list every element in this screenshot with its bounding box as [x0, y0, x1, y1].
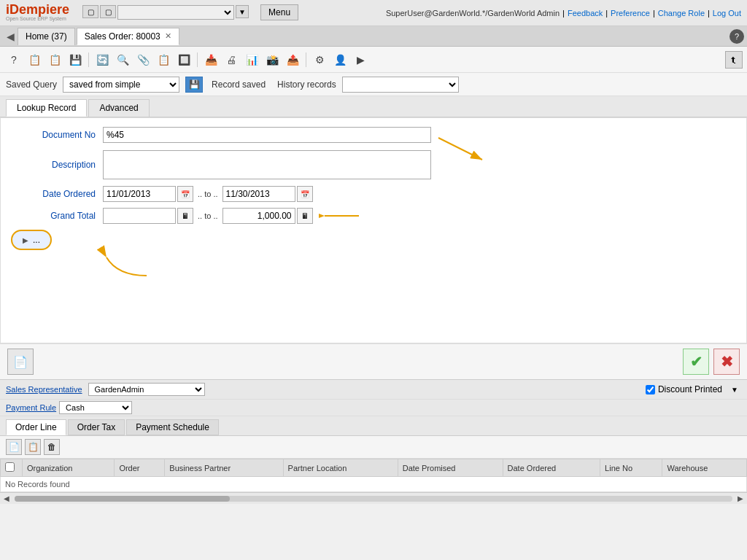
tb-sep-1 [88, 52, 89, 67]
new-record-icon: 📄 [13, 355, 28, 369]
window-select[interactable] [117, 5, 234, 20]
order-delete-btn[interactable]: 🗑 [44, 439, 60, 455]
tb-btn-9[interactable]: 🔲 [174, 50, 193, 69]
form-area: Document No Description Date [0, 117, 747, 343]
order-new-btn[interactable]: 📄 [6, 439, 22, 455]
ok-button[interactable]: ✔ [683, 349, 709, 375]
tab-advanced[interactable]: Advanced [88, 99, 149, 117]
tb-btn-2[interactable]: 📋 [25, 50, 44, 69]
win-dropdown-btn[interactable]: ▼ [236, 5, 249, 18]
date-from-input[interactable] [103, 186, 176, 202]
tb-export-btn[interactable]: 📤 [283, 50, 302, 69]
saved-query-select[interactable]: saved from simple [63, 77, 179, 93]
col-organization: Organization [23, 459, 115, 477]
preference-link[interactable]: Preference [611, 9, 650, 18]
tb-help-btn[interactable]: ? [4, 50, 23, 69]
payment-rule-select[interactable]: Cash [59, 401, 132, 414]
tab-sales-order-label: Sales Order: 80003 [85, 31, 160, 42]
payment-rule-bar: Payment Rule Cash [0, 400, 747, 416]
date-ordered-row: Date Ordered 📅 .. to .. 📅 [1, 186, 746, 202]
tb-find-btn[interactable]: 🔍 [113, 50, 132, 69]
grand-total-to-calc-btn[interactable]: 🖩 [297, 208, 313, 224]
window-controls: ▢ ▢ ▼ [82, 5, 249, 20]
select-all-checkbox[interactable] [5, 462, 15, 472]
date-from-cal-btn[interactable]: 📅 [177, 186, 193, 202]
tb-sep-2 [197, 52, 198, 67]
grand-total-to-input[interactable] [222, 208, 295, 224]
tb-camera-btn[interactable]: 📸 [263, 50, 282, 69]
tb-download-btn[interactable]: 📥 [201, 50, 220, 69]
document-no-input[interactable] [103, 127, 431, 143]
new-record-btn[interactable]: 📄 [7, 349, 34, 375]
sep3: | [653, 9, 655, 18]
annotation-arrow-1 [438, 138, 497, 169]
sales-rep-select[interactable]: GardenAdmin [88, 383, 205, 396]
date-to-input[interactable] [222, 186, 295, 202]
saved-query-label: Saved Query [6, 79, 57, 90]
annotation-arrow-2 [319, 209, 363, 223]
tab-home[interactable]: Home (37) [18, 28, 75, 45]
tb-save-btn[interactable]: 💾 [66, 50, 85, 69]
order-edit-btn[interactable]: 📋 [25, 439, 41, 455]
menu-button[interactable]: Menu [260, 4, 298, 20]
sales-rep-label[interactable]: Sales Representative [6, 385, 82, 394]
log-out-link[interactable]: Log Out [713, 9, 741, 18]
discount-printed-checkbox[interactable] [646, 385, 655, 394]
tb-play-btn[interactable]: ▶ [351, 50, 370, 69]
document-no-row: Document No [1, 127, 746, 143]
hscroll-track[interactable] [15, 496, 732, 502]
tb-print-btn[interactable]: 🖨 [222, 50, 241, 69]
order-tab-toolbar: 📄 📋 🗑 [0, 436, 747, 459]
collapsible-section: ▶ ... [1, 230, 746, 250]
nav-back-arrow[interactable]: ◀ [3, 29, 18, 44]
tb-btn-3[interactable]: 📋 [45, 50, 64, 69]
col-order: Order [115, 459, 165, 477]
grand-total-from-calc-btn[interactable]: 🖩 [177, 208, 193, 224]
win-btn-2[interactable]: ▢ [100, 5, 116, 18]
hscroll-bar: ◀ ▶ [0, 492, 747, 504]
description-input[interactable] [103, 150, 431, 179]
col-date-ordered: Date Ordered [503, 459, 600, 477]
cancel-button[interactable]: ✖ [713, 349, 740, 375]
tab-order-tax[interactable]: Order Tax [68, 419, 125, 435]
save-query-btn[interactable]: 💾 [185, 77, 203, 93]
change-role-link[interactable]: Change Role [658, 9, 705, 18]
help-button[interactable]: ? [729, 29, 744, 44]
tb-user-btn[interactable]: 👤 [330, 50, 349, 69]
history-select[interactable] [342, 77, 459, 93]
grand-total-row: Grand Total 🖩 .. to .. 🖩 [1, 208, 746, 224]
grand-total-label: Grand Total [15, 211, 103, 221]
tab-lookup-record[interactable]: Lookup Record [6, 99, 87, 117]
tb-attach-btn[interactable]: 📎 [133, 50, 152, 69]
order-tabs: Order Line Order Tax Payment Schedule [0, 416, 747, 436]
description-row: Description [1, 149, 746, 180]
scroll-right-arrow[interactable]: ▶ [735, 494, 746, 502]
main-content: Lookup Record Advanced Document No Descr… [0, 96, 747, 379]
document-no-label: Document No [15, 130, 103, 140]
tab-order-line[interactable]: Order Line [6, 419, 66, 435]
action-buttons: ✔ ✖ [683, 349, 740, 375]
feedback-link[interactable]: Feedback [568, 9, 603, 18]
win-btn-1[interactable]: ▢ [82, 5, 98, 18]
ok-check-icon: ✔ [690, 353, 703, 370]
tab-sales-order[interactable]: Sales Order: 80003 ✕ [77, 28, 179, 45]
cancel-x-icon: ✖ [721, 353, 733, 370]
discount-printed-container: Discount Printed [646, 384, 722, 394]
tab-close-icon[interactable]: ✕ [165, 31, 171, 41]
lookup-tabs: Lookup Record Advanced [0, 96, 747, 117]
tb-settings-btn[interactable]: ⚙ [310, 50, 329, 69]
tb-btn-8[interactable]: 📋 [154, 50, 173, 69]
tab-payment-schedule[interactable]: Payment Schedule [126, 419, 219, 435]
lower-scroll-btn[interactable]: ▼ [731, 386, 741, 394]
scroll-left-arrow[interactable]: ◀ [1, 494, 12, 502]
tb-collapse-btn[interactable]: ⮬ [725, 51, 743, 69]
payment-rule-label[interactable]: Payment Rule [6, 403, 56, 412]
sep2: | [605, 9, 608, 18]
date-to-cal-btn[interactable]: 📅 [297, 186, 313, 202]
tb-report-btn[interactable]: 📊 [242, 50, 261, 69]
tb-refresh-btn[interactable]: 🔄 [93, 50, 112, 69]
expand-label: ... [33, 235, 40, 245]
expand-row[interactable]: ▶ ... [11, 230, 52, 250]
grand-total-from-input[interactable] [103, 208, 176, 224]
hscroll-thumb[interactable] [15, 496, 230, 502]
